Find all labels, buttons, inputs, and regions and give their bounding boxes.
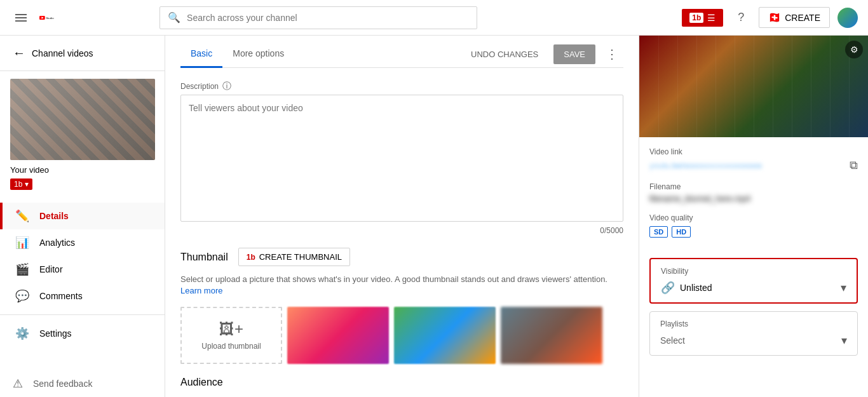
video-quality-row: Video quality SD HD <box>649 213 858 238</box>
video-link-row: Video link youtu.be/xxxxxxxxxxxxxxxxxxx … <box>649 147 858 172</box>
filename-label: Filename <box>649 182 858 191</box>
char-count: 0/5000 <box>180 226 623 235</box>
visibility-label: Visibility <box>661 267 846 276</box>
create-label: CREATE <box>785 13 820 23</box>
thumbnail-description: Select or upload a picture that shows wh… <box>180 274 623 297</box>
youtube-icon: Studio <box>39 11 57 24</box>
audience-section: Audience <box>180 377 623 388</box>
thumbnail-options: 🖼+ Upload thumbnail <box>180 307 623 364</box>
tabs-bar: Basic More options UNDO CHANGES SAVE ⋮ <box>180 36 623 68</box>
sidebar-item-label: Comments <box>39 291 83 301</box>
thumbnail-title: Thumbnail <box>180 252 228 263</box>
playlists-select[interactable]: Select ▾ <box>660 333 847 347</box>
sidebar-nav: ✏️ Details 📊 Analytics 🎬 Editor 💬 Commen… <box>0 198 165 352</box>
copy-link-button[interactable]: ⧉ <box>850 159 858 172</box>
topbar: Studio 🔍 1b ☰ ? 🇨🇭 CREATE <box>0 0 868 36</box>
sidebar-item-editor[interactable]: 🎬 Editor <box>0 256 165 283</box>
video-channel-badge[interactable]: 1b ▾ <box>10 178 32 190</box>
visibility-select[interactable]: 🔗 Unlisted ▾ <box>661 281 846 295</box>
create-button[interactable]: 🇨🇭 CREATE <box>759 7 830 28</box>
right-info: Video link youtu.be/xxxxxxxxxxxxxxxxxxx … <box>639 137 868 258</box>
upload-label: Upload thumbnail <box>201 342 261 351</box>
search-bar: 🔍 <box>159 6 477 29</box>
comments-icon: 💬 <box>15 289 29 303</box>
description-label: Description ⓘ <box>180 81 623 92</box>
topbar-right: 1b ☰ ? 🇨🇭 CREATE <box>682 7 858 28</box>
sidebar-item-settings[interactable]: ⚙️ Settings <box>0 320 165 347</box>
playlists-dropdown-arrow: ▾ <box>841 333 847 347</box>
create-thumbnail-button[interactable]: 1b CREATE THUMBNAIL <box>238 248 350 266</box>
details-icon: ✏️ <box>15 209 29 223</box>
quality-badges: SD HD <box>649 226 858 238</box>
send-feedback[interactable]: ⚠ Send feedback <box>0 370 165 397</box>
create-thumb-label: CREATE THUMBNAIL <box>259 252 342 262</box>
visibility-dropdown-arrow: ▾ <box>841 281 846 295</box>
editor-panel: Basic More options UNDO CHANGES SAVE ⋮ D… <box>165 36 639 397</box>
quality-badge-sd: SD <box>649 226 668 238</box>
playlists-value: Select <box>660 335 685 346</box>
video-preview-overlay <box>639 36 868 137</box>
save-button[interactable]: SAVE <box>553 44 595 64</box>
video-settings-button[interactable]: ⚙ <box>845 41 863 58</box>
video-link-label: Video link <box>649 147 858 156</box>
thumbnail-option-3[interactable] <box>501 307 602 364</box>
thumbnail-option-2[interactable] <box>394 307 496 364</box>
hamburger-menu[interactable] <box>10 7 32 29</box>
visibility-icon: 🔗 <box>661 281 675 295</box>
badge-text: 1b <box>14 180 22 189</box>
playlists-label: Playlists <box>660 320 847 328</box>
search-input[interactable] <box>187 13 469 23</box>
thumbnail-option-1[interactable] <box>287 307 389 364</box>
send-feedback-icon: ⚠ <box>13 377 23 391</box>
create-flag-icon: 🇨🇭 <box>768 11 781 24</box>
filename-value: filename_blurred_here.mp4 <box>649 194 858 203</box>
help-button[interactable]: ? <box>731 8 751 28</box>
sidebar-item-details[interactable]: ✏️ Details <box>0 203 165 229</box>
sidebar-item-label: Analytics <box>39 238 75 248</box>
sidebar-header[interactable]: ← Channel videos <box>0 36 165 71</box>
tab-basic[interactable]: Basic <box>180 41 222 68</box>
audience-title: Audience <box>180 377 623 388</box>
video-thumbnail <box>10 79 155 160</box>
upload-thumbnail-button[interactable]: 🖼+ Upload thumbnail <box>180 307 282 364</box>
description-textarea[interactable] <box>180 95 623 222</box>
sidebar-item-label: Editor <box>39 264 63 274</box>
visibility-value: 🔗 Unlisted <box>661 281 712 295</box>
back-arrow-icon: ← <box>13 46 25 60</box>
sidebar-item-analytics[interactable]: 📊 Analytics <box>0 229 165 256</box>
video-preview: ⚙ <box>639 36 868 137</box>
tab-actions: UNDO CHANGES SAVE ⋮ <box>461 44 623 64</box>
sidebar-item-label: Settings <box>39 328 72 339</box>
undo-changes-button[interactable]: UNDO CHANGES <box>461 44 548 64</box>
video-thumb-overlay <box>10 79 155 160</box>
more-actions-button[interactable]: ⋮ <box>600 44 623 64</box>
video-label: Your video <box>10 165 154 175</box>
send-feedback-label: Send feedback <box>33 379 92 389</box>
visibility-text: Unlisted <box>680 283 712 293</box>
channel-button[interactable]: 1b ☰ <box>682 9 723 27</box>
description-help-icon[interactable]: ⓘ <box>222 81 231 92</box>
sidebar-title: Channel videos <box>32 48 93 58</box>
svg-text:Studio: Studio <box>46 16 54 19</box>
quality-badge-hd: HD <box>672 226 691 238</box>
main-layout: ← Channel videos Your video 1b ▾ ✏️ Deta… <box>0 36 868 397</box>
sidebar: ← Channel videos Your video 1b ▾ ✏️ Deta… <box>0 36 165 397</box>
video-link-value[interactable]: youtu.be/xxxxxxxxxxxxxxxxxxx <box>649 161 762 170</box>
tab-more-options[interactable]: More options <box>222 41 294 68</box>
learn-more-link[interactable]: Learn more <box>180 286 222 295</box>
playlists-card: Playlists Select ▾ <box>649 311 858 356</box>
filename-row: Filename filename_blurred_here.mp4 <box>649 182 858 203</box>
visibility-card: Visibility 🔗 Unlisted ▾ <box>649 258 858 304</box>
sidebar-item-comments[interactable]: 💬 Comments <box>0 283 165 309</box>
analytics-icon: 📊 <box>15 236 29 250</box>
topbar-left: Studio <box>10 7 57 29</box>
search-icon: 🔍 <box>168 11 180 24</box>
sidebar-item-label: Details <box>39 211 69 221</box>
settings-icon: ⚙️ <box>15 326 29 340</box>
youtube-studio-logo[interactable]: Studio <box>39 11 57 24</box>
editor-icon: 🎬 <box>15 262 29 276</box>
avatar[interactable] <box>837 8 858 28</box>
video-thumb-container: Your video 1b ▾ <box>0 71 165 198</box>
sidebar-divider <box>0 314 165 315</box>
create-thumb-yt-icon: 1b <box>247 253 255 262</box>
